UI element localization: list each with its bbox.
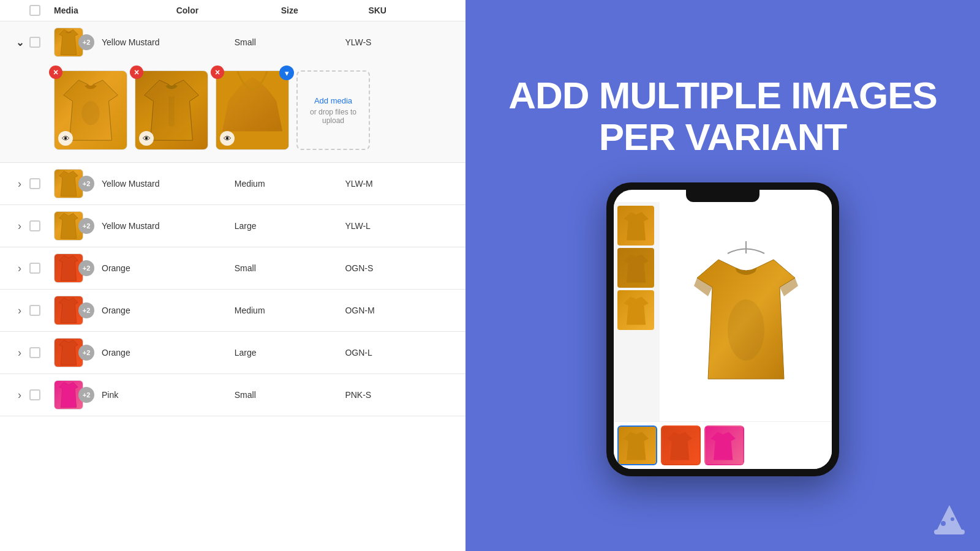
add-media-item: Add media or drop files to upload <box>296 70 370 150</box>
size-col-header: Size <box>281 6 369 15</box>
image-3-dropdown-button[interactable]: ▾ <box>279 66 294 80</box>
color-cell-7: Pink <box>102 390 235 400</box>
select-all-checkbox[interactable] <box>29 5 40 16</box>
variant-row-5: +2 Orange Medium OGN-M <box>0 290 466 332</box>
phone-content <box>614 202 832 421</box>
color-cell-4: Orange <box>102 263 235 273</box>
chevron-right-icon-7 <box>18 389 21 402</box>
sku-cell-6: OGN-L <box>345 348 456 358</box>
thumb-cluster-5[interactable]: +2 <box>54 296 97 325</box>
image-grid-1: × 👁 <box>54 70 456 150</box>
eye-icon-2[interactable]: 👁 <box>139 131 154 146</box>
check-col-4 <box>29 263 54 274</box>
thumb-cluster-6[interactable]: +2 <box>54 338 97 367</box>
thumb-count-4: +2 <box>78 260 94 276</box>
thumb-cluster-7[interactable]: +2 <box>54 380 97 410</box>
phone-sidebar-thumb-1[interactable] <box>617 206 654 246</box>
expand-button-7[interactable] <box>10 389 29 402</box>
check-col-6 <box>29 347 54 358</box>
row-checkbox-5[interactable] <box>29 305 40 316</box>
wizard-hat-icon <box>931 502 968 539</box>
promo-panel: ADD MULTIPLE IMAGES PER VARIANT <box>466 0 980 551</box>
phone-main-image <box>660 202 832 421</box>
expand-button-3[interactable] <box>10 220 29 233</box>
color-col-header: Color <box>176 6 281 15</box>
phone-shirt-2 <box>619 250 653 287</box>
chevron-right-icon-4 <box>18 262 21 275</box>
svg-point-6 <box>941 521 946 526</box>
eye-icon-1[interactable]: 👁 <box>58 131 73 146</box>
phone-bot-shirt-3 <box>706 427 743 464</box>
expand-button-1[interactable] <box>10 37 29 48</box>
variant-row-3: +2 Yellow Mustard Large YLW-L <box>0 205 466 247</box>
variant-row-1: +2 Yellow Mustard Small YLW-S × <box>0 21 466 163</box>
variants-panel: Media Color Size SKU +2 <box>0 0 466 551</box>
expanded-images-1: × 👁 <box>0 63 466 163</box>
svg-point-0 <box>81 101 100 125</box>
phone-bot-thumb-1[interactable] <box>617 425 657 465</box>
phone-sidebar-thumb-2[interactable] <box>617 248 654 288</box>
svg-marker-4 <box>937 505 962 530</box>
eye-icon-3[interactable]: 👁 <box>220 131 235 146</box>
thumb-cluster-2[interactable]: +2 <box>54 169 97 198</box>
phone-screen <box>614 190 832 469</box>
table-header: Media Color Size SKU <box>0 0 466 21</box>
svg-rect-5 <box>934 530 965 534</box>
promo-title: ADD MULTIPLE IMAGES PER VARIANT <box>490 75 956 158</box>
sku-cell-4: OGN-S <box>345 263 456 273</box>
phone-shirt-1 <box>619 208 653 244</box>
color-cell-1: Yellow Mustard <box>102 37 235 47</box>
thumb-cluster-4[interactable]: +2 <box>54 253 97 283</box>
remove-image-2-button[interactable]: × <box>130 66 143 79</box>
color-value-1: Yellow Mustard <box>102 37 159 47</box>
variant-row-6: +2 Orange Large OGN-L <box>0 332 466 374</box>
phone-bot-shirt-1 <box>619 427 656 464</box>
remove-image-1-button[interactable]: × <box>49 66 62 79</box>
chevron-right-icon-2 <box>18 178 21 190</box>
phone-bottom-thumbnails <box>614 421 832 469</box>
image-thumb-1: 👁 <box>54 70 127 150</box>
thumb-cluster-1[interactable]: +2 <box>54 28 97 57</box>
size-cell-7: Small <box>235 390 345 400</box>
expand-button-6[interactable] <box>10 347 29 359</box>
row-checkbox-1[interactable] <box>29 37 40 48</box>
variant-row-4: +2 Orange Small OGN-S <box>0 247 466 290</box>
phone-bot-thumb-3[interactable] <box>704 425 744 465</box>
check-col-7 <box>29 389 54 400</box>
sku-value-1: YLW-S <box>345 37 371 47</box>
variant-row-summary-1: +2 Yellow Mustard Small YLW-S <box>0 21 466 63</box>
check-col-3 <box>29 220 54 231</box>
color-cell-5: Orange <box>102 305 235 315</box>
chevron-right-icon-5 <box>18 304 21 317</box>
row-checkbox-3[interactable] <box>29 220 40 231</box>
phone-sidebar <box>614 202 660 421</box>
phone-bot-shirt-2 <box>663 427 699 464</box>
thumb-count-3: +2 <box>78 218 94 234</box>
thumb-count-5: +2 <box>78 302 94 318</box>
chevron-right-icon-6 <box>18 347 21 359</box>
sku-cell-5: OGN-M <box>345 305 456 315</box>
phone-bot-thumb-2[interactable] <box>661 425 701 465</box>
svg-point-7 <box>951 517 954 521</box>
row-checkbox-7[interactable] <box>29 389 40 400</box>
size-cell-1: Small <box>235 37 345 47</box>
expand-button-4[interactable] <box>10 262 29 275</box>
expand-button-2[interactable] <box>10 178 29 190</box>
size-cell-3: Large <box>235 221 345 231</box>
remove-image-3-button[interactable]: × <box>211 66 224 79</box>
chevron-right-icon-3 <box>18 220 21 233</box>
add-media-button[interactable]: Add media or drop files to upload <box>296 70 370 150</box>
row-checkbox-4[interactable] <box>29 263 40 274</box>
row-checkbox-6[interactable] <box>29 347 40 358</box>
check-col-5 <box>29 305 54 316</box>
phone-sidebar-thumb-3[interactable] <box>617 290 654 330</box>
expand-button-5[interactable] <box>10 304 29 317</box>
image-item-3: × ▾ <box>216 70 289 150</box>
sku-cell-3: YLW-L <box>345 221 456 231</box>
check-col-2 <box>29 178 54 189</box>
color-cell-3: Yellow Mustard <box>102 221 235 231</box>
thumb-count-2: +2 <box>78 176 94 192</box>
thumb-cluster-3[interactable]: +2 <box>54 211 97 241</box>
sku-cell-1: YLW-S <box>345 37 456 47</box>
row-checkbox-2[interactable] <box>29 178 40 189</box>
